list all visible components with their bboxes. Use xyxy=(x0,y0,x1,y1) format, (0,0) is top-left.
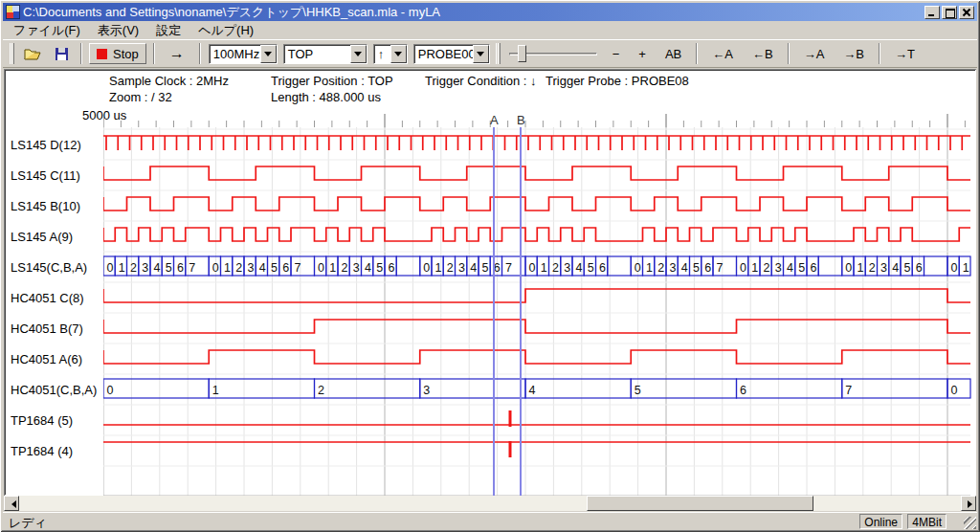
chevron-down-icon[interactable] xyxy=(473,45,489,63)
scroll-left-button[interactable] xyxy=(4,496,19,511)
maximize-button[interactable] xyxy=(942,6,957,19)
waveform-ls145-d-12 xyxy=(103,136,970,150)
channel-label-ls145-a-9[interactable]: LS145 A(9) xyxy=(11,230,104,244)
resize-grip[interactable] xyxy=(964,517,976,529)
length-info: Length : 488.000 us xyxy=(271,90,381,104)
zoom-in-button[interactable]: + xyxy=(631,43,654,64)
probe-value: PROBE00 xyxy=(414,45,473,63)
waveform-tp1684-4 xyxy=(103,441,970,457)
ab-button[interactable]: AB xyxy=(657,43,689,64)
move-b-right-button[interactable]: →B xyxy=(835,43,872,64)
cursor-b[interactable]: B xyxy=(517,113,525,496)
chevron-down-icon[interactable] xyxy=(350,45,367,63)
svg-text:7: 7 xyxy=(189,261,195,275)
channel-label-tp1684-4[interactable]: TP1684 (4) xyxy=(11,444,104,458)
plot-grid xyxy=(103,114,970,496)
move-b-left-button[interactable]: ←B xyxy=(745,43,781,64)
titlebar[interactable]: C:\Documents and Settings\noname\デスクトップ\… xyxy=(3,3,977,21)
svg-text:6: 6 xyxy=(282,261,289,275)
trigger-edge-combo[interactable]: ↑ xyxy=(373,44,408,64)
run-button[interactable]: → xyxy=(162,43,192,64)
zoom-out-button[interactable]: − xyxy=(605,43,628,64)
move-a-right-button[interactable]: →A xyxy=(796,43,833,64)
toolbar-separator xyxy=(153,43,155,64)
waveform-ls145-b-10 xyxy=(103,197,970,211)
trigger-condition-info: Trigger Condition : ↓ xyxy=(425,74,537,88)
svg-text:4: 4 xyxy=(576,261,583,275)
waveform-ls145-c-11 xyxy=(103,166,970,180)
chevron-down-icon[interactable] xyxy=(390,45,407,63)
channel-label-hc4051-c-b-a[interactable]: HC4051(C,B,A) xyxy=(11,383,104,397)
waveform-panel: Sample Clock : 2MHz Trigger Position : T… xyxy=(4,69,976,496)
svg-text:2: 2 xyxy=(764,261,770,275)
close-icon xyxy=(960,7,973,18)
probe-combo[interactable]: PROBE00 xyxy=(413,44,490,64)
stop-button[interactable]: Stop xyxy=(89,43,146,64)
svg-text:4: 4 xyxy=(154,261,161,275)
zoom-slider[interactable] xyxy=(509,43,597,64)
svg-text:6: 6 xyxy=(811,261,817,275)
svg-text:2: 2 xyxy=(130,261,137,275)
svg-text:5: 5 xyxy=(376,261,383,275)
slider-thumb[interactable] xyxy=(518,45,526,62)
memory-status-badge: 4MBit xyxy=(907,514,947,529)
trigger-position-combo[interactable]: TOP xyxy=(283,44,368,64)
save-button[interactable] xyxy=(50,43,74,64)
channel-label-hc4051-c-8[interactable]: HC4051 C(8) xyxy=(11,291,104,305)
scrollbar-thumb[interactable] xyxy=(587,496,813,511)
svg-text:3: 3 xyxy=(248,261,255,275)
svg-text:4: 4 xyxy=(259,261,266,275)
scroll-right-button[interactable] xyxy=(961,496,976,511)
menu-settings[interactable]: 設定 xyxy=(147,21,189,40)
move-a-left-button[interactable]: ←A xyxy=(704,43,741,64)
goto-trigger-button[interactable]: →T xyxy=(887,43,923,64)
svg-text:2: 2 xyxy=(447,261,454,275)
waveform-hc4051-a-6 xyxy=(103,350,970,364)
svg-text:0: 0 xyxy=(423,261,430,275)
trigger-position-value: TOP xyxy=(284,45,350,63)
waveform-hc4051-c-b-a: 012345670 xyxy=(103,379,970,398)
svg-text:4: 4 xyxy=(892,261,899,275)
svg-text:2: 2 xyxy=(657,261,664,275)
channel-label-ls145-c-b-a[interactable]: LS145(C,B,A) xyxy=(11,260,104,275)
svg-text:3: 3 xyxy=(458,261,465,275)
svg-text:2: 2 xyxy=(342,261,348,275)
svg-text:0: 0 xyxy=(845,261,852,275)
svg-text:6: 6 xyxy=(916,261,923,275)
open-button[interactable] xyxy=(19,43,46,64)
channel-label-ls145-d-12[interactable]: LS145 D(12) xyxy=(11,138,104,152)
chevron-down-icon[interactable] xyxy=(260,45,277,63)
toolbar-gripper xyxy=(10,43,14,64)
svg-text:6: 6 xyxy=(177,261,184,275)
close-button[interactable] xyxy=(959,6,974,19)
svg-text:1: 1 xyxy=(212,384,219,397)
channel-label-hc4051-b-7[interactable]: HC4051 B(7) xyxy=(11,321,104,336)
trigger-edge-value: ↑ xyxy=(374,45,390,63)
channel-label-ls145-b-10[interactable]: LS145 B(10) xyxy=(11,199,104,213)
svg-text:0: 0 xyxy=(529,261,536,275)
channel-label-hc4051-a-6[interactable]: HC4051 A(6) xyxy=(11,352,104,366)
svg-text:5: 5 xyxy=(693,261,700,275)
svg-text:1: 1 xyxy=(646,261,653,275)
menu-view[interactable]: 表示(V) xyxy=(89,21,147,40)
svg-text:3: 3 xyxy=(880,261,887,275)
svg-text:1: 1 xyxy=(541,261,547,275)
svg-text:3: 3 xyxy=(775,261,782,275)
menu-help[interactable]: ヘルプ(H) xyxy=(189,21,262,40)
stop-label: Stop xyxy=(113,47,139,61)
window-title: C:\Documents and Settings\noname\デスクトップ\… xyxy=(23,3,924,21)
minimize-button[interactable] xyxy=(924,6,940,19)
waveform-ls145-a-9 xyxy=(103,228,970,241)
svg-text:3: 3 xyxy=(142,261,148,275)
menu-file[interactable]: ファイル(F) xyxy=(5,21,89,40)
clock-combo[interactable]: 100MHz xyxy=(209,44,278,64)
minimize-icon xyxy=(925,7,939,18)
svg-text:0: 0 xyxy=(107,261,114,275)
horizontal-scrollbar[interactable] xyxy=(4,496,976,511)
svg-text:5: 5 xyxy=(482,261,489,275)
toolbar-separator xyxy=(199,43,201,64)
svg-text:0: 0 xyxy=(951,261,958,275)
channel-label-tp1684-5[interactable]: TP1684 (5) xyxy=(11,413,104,428)
svg-text:3: 3 xyxy=(564,261,570,275)
channel-label-ls145-c-11[interactable]: LS145 C(11) xyxy=(11,168,104,183)
